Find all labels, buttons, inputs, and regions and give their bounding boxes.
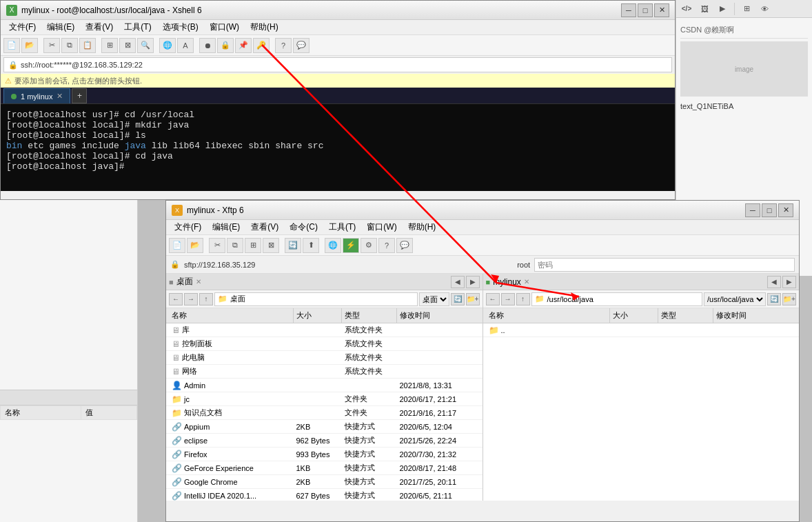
toolbar-record[interactable]: ⏺ (199, 38, 216, 53)
toolbar-font[interactable]: A (177, 38, 194, 53)
local-file-row[interactable]: 🖥 网络 系统文件夹 (166, 365, 483, 379)
local-file-row[interactable]: 🔗 Appium 2KB 快捷方式 2020/6/5, 12:04 (166, 420, 483, 434)
menu-tabs[interactable]: 选项卡(B) (157, 20, 204, 34)
remote-up-btn[interactable]: ↑ (516, 293, 530, 305)
xftp-toolbar-btn3[interactable]: ⊞ (245, 238, 261, 253)
xftp-toolbar-settings[interactable]: ⚙ (361, 238, 377, 253)
remote-newfolder-btn[interactable]: 📁+ (782, 293, 796, 305)
csdn-code-btn[interactable]: </> (679, 2, 694, 16)
xshell-terminal[interactable]: [root@localhost usr]# cd /usr/local [roo… (1, 104, 675, 191)
toolbar-open[interactable]: 📂 (21, 38, 38, 53)
xftp-close-button[interactable]: ✕ (778, 203, 793, 217)
toolbar-paste[interactable]: 📋 (79, 38, 96, 53)
toolbar-copy[interactable]: ⧉ (61, 38, 78, 53)
xftp-toolbar-upload[interactable]: ⬆ (303, 238, 319, 253)
csdn-eye-btn[interactable]: 👁 (757, 2, 772, 16)
remote-prev-btn[interactable]: ◀ (767, 276, 781, 288)
local-tab-close[interactable]: ✕ (196, 278, 201, 285)
local-back-btn[interactable]: ← (169, 293, 183, 305)
xftp-toolbar-connect[interactable]: ⚡ (343, 238, 359, 253)
toolbar-lock[interactable]: 🔒 (217, 38, 234, 53)
toolbar-btn2[interactable]: ⊠ (119, 38, 136, 53)
xshell-maximize-button[interactable]: □ (638, 3, 653, 17)
remote-forward-btn[interactable]: → (501, 293, 515, 305)
remote-tab-text: mylinux (493, 277, 521, 287)
local-forward-btn[interactable]: → (184, 293, 198, 305)
local-col-size[interactable]: 大小 (294, 308, 342, 323)
remote-col-size[interactable]: 大小 (610, 308, 658, 323)
xftp-menu-edit[interactable]: 编辑(E) (207, 220, 245, 234)
csdn-layout-btn[interactable]: ⊞ (739, 2, 754, 16)
xftp-toolbar-btn2[interactable]: ⧉ (227, 238, 243, 253)
menu-file[interactable]: 文件(F) (3, 20, 41, 34)
toolbar-search[interactable]: 🔍 (137, 38, 154, 53)
menu-tools[interactable]: 工具(T) (119, 20, 156, 34)
menu-window[interactable]: 窗口(W) (204, 20, 245, 34)
local-file-row[interactable]: 📁 知识点文档 文件夹 2021/9/16, 21:17 (166, 406, 483, 420)
local-col-type[interactable]: 类型 (342, 308, 397, 323)
remote-col-type[interactable]: 类型 (658, 308, 713, 323)
toolbar-help[interactable]: ? (275, 38, 292, 53)
xftp-menu-tools[interactable]: 工具(T) (323, 220, 361, 234)
menu-edit[interactable]: 编辑(E) (41, 20, 80, 34)
remote-back-btn[interactable]: ← (486, 293, 500, 305)
xftp-menu-help[interactable]: 帮助(H) (403, 220, 442, 234)
menu-view[interactable]: 查看(V) (80, 20, 119, 34)
toolbar-pin[interactable]: 📌 (235, 38, 252, 53)
remote-tab-close[interactable]: ✕ (524, 278, 529, 285)
local-up-btn[interactable]: ↑ (199, 293, 213, 305)
local-file-row[interactable]: 🔗 Firefox 993 Bytes 快捷方式 2020/7/30, 21:3… (166, 448, 483, 461)
xshell-minimize-button[interactable]: ─ (621, 3, 636, 17)
xftp-toolbar-btn1[interactable]: ✂ (209, 238, 225, 253)
xftp-menu-file[interactable]: 文件(F) (169, 220, 207, 234)
menu-help[interactable]: 帮助(H) (245, 20, 284, 34)
xftp-minimize-button[interactable]: ─ (745, 203, 760, 217)
toolbar-cut[interactable]: ✂ (43, 38, 60, 53)
toolbar-key[interactable]: 🔑 (253, 38, 270, 53)
toolbar-info[interactable]: 💬 (293, 38, 309, 53)
xftp-toolbar-help[interactable]: ? (378, 238, 395, 253)
local-file-row[interactable]: 🖥 库 系统文件夹 (166, 323, 483, 337)
remote-col-date[interactable]: 修改时间 (713, 308, 796, 323)
xshell-close-button[interactable]: ✕ (654, 3, 669, 17)
remote-path-dropdown[interactable]: /usr/local/java (704, 292, 766, 306)
local-file-row[interactable]: 👤 Admin 2021/8/8, 13:31 (166, 379, 483, 392)
local-refresh-btn[interactable]: 🔄 (451, 293, 465, 305)
xftp-toolbar-msg[interactable]: 💬 (396, 238, 413, 253)
local-file-row[interactable]: 🔗 eclipse 962 Bytes 快捷方式 2021/5/26, 22:2… (166, 434, 483, 448)
xftp-menu-view[interactable]: 查看(V) (245, 220, 284, 234)
local-col-name[interactable]: 名称 (169, 308, 294, 323)
local-file-row[interactable]: 🔗 IntelliJ IDEA 2020.1... 627 Bytes 快捷方式… (166, 489, 483, 501)
xftp-menu-cmd[interactable]: 命令(C) (284, 220, 323, 234)
csdn-image-btn[interactable]: 🖼 (697, 2, 712, 16)
remote-next-btn[interactable]: ▶ (782, 276, 796, 288)
local-newfolder-btn[interactable]: 📁+ (466, 293, 480, 305)
xftp-password-field[interactable] (534, 258, 795, 272)
xshell-tab-mylinux[interactable]: 1 mylinux ✕ (3, 88, 70, 103)
toolbar-new[interactable]: 📄 (3, 38, 20, 53)
remote-refresh-btn[interactable]: 🔄 (767, 293, 781, 305)
toolbar-btn1[interactable]: ⊞ (101, 38, 118, 53)
local-path-dropdown[interactable]: 桌面 (419, 292, 449, 306)
local-file-row[interactable]: 🖥 控制面板 系统文件夹 (166, 337, 483, 351)
tab-close[interactable]: ✕ (57, 92, 63, 101)
local-file-row[interactable]: 🔗 Google Chrome 2KB 快捷方式 2021/7/25, 20:1… (166, 475, 483, 489)
xftp-toolbar-open[interactable]: 📂 (187, 238, 203, 253)
local-col-date[interactable]: 修改时间 (397, 308, 480, 323)
xftp-maximize-button[interactable]: □ (762, 203, 777, 217)
remote-col-name[interactable]: 名称 (486, 308, 611, 323)
xftp-toolbar-btn4[interactable]: ⊠ (263, 238, 279, 253)
local-next-btn[interactable]: ▶ (466, 276, 480, 288)
csdn-video-btn[interactable]: ▶ (715, 2, 730, 16)
local-prev-btn[interactable]: ◀ (451, 276, 465, 288)
remote-file-row[interactable]: 📁 .. (483, 323, 800, 337)
toolbar-globe[interactable]: 🌐 (159, 38, 176, 53)
local-file-row[interactable]: 🔗 GeForce Experience 1KB 快捷方式 2020/8/17,… (166, 461, 483, 475)
local-file-row[interactable]: 📁 jc 文件夹 2020/6/17, 21:21 (166, 392, 483, 406)
xftp-toolbar-globe[interactable]: 🌐 (325, 238, 341, 253)
xftp-toolbar-new[interactable]: 📄 (169, 238, 185, 253)
xftp-toolbar-sync[interactable]: 🔄 (285, 238, 301, 253)
tab-add-button[interactable]: + (72, 88, 87, 103)
xftp-menu-window[interactable]: 窗口(W) (361, 220, 402, 234)
local-file-row[interactable]: 🖥 此电脑 系统文件夹 (166, 351, 483, 365)
